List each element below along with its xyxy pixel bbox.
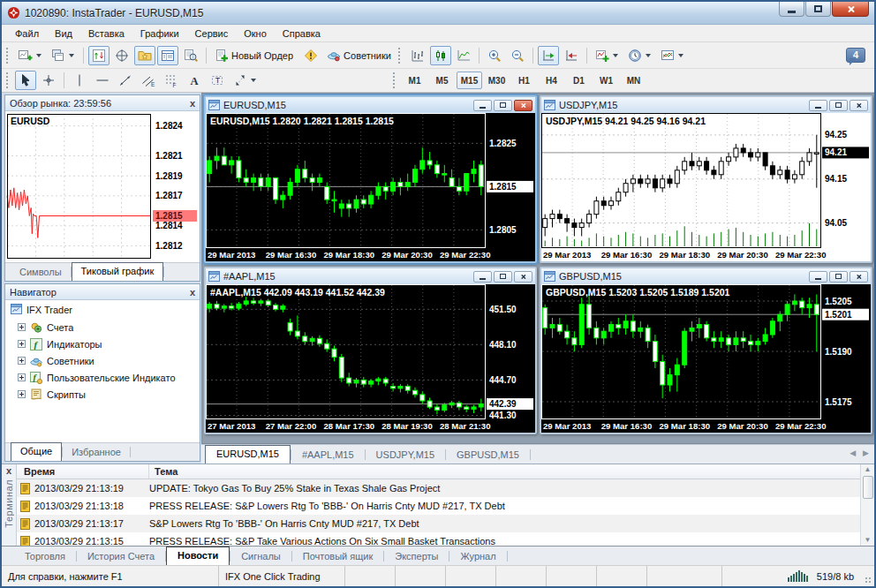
chart-window-titlebar-aapl[interactable]: #AAPL,M15	[206, 268, 535, 284]
tick-chart[interactable]: EURUSD1.28241.28211.28191.28171.28141.28…	[5, 111, 200, 262]
chart-restore-button[interactable]	[829, 100, 848, 111]
news-row-3[interactable]: 2013/03/29 21:13:15PRESS RELEASE: S&P Ta…	[17, 532, 860, 546]
crosshair-tool-button[interactable]	[38, 71, 59, 90]
menu-item-6[interactable]: Справка	[275, 26, 328, 41]
expand-icon[interactable]	[18, 323, 26, 331]
chart-line-button[interactable]	[453, 46, 474, 65]
status-one-click-trading[interactable]: IFX One Click Trading	[219, 566, 345, 586]
news-row-2[interactable]: 2013/03/29 21:13:17S&P Lowers Rtg To 'BB…	[17, 515, 860, 532]
timeframe-h4-button[interactable]: H4	[539, 72, 564, 89]
hline-button[interactable]	[92, 71, 113, 90]
chart-window-titlebar-eurusd[interactable]: EURUSD,M15	[206, 97, 535, 113]
market-watch-button[interactable]	[157, 46, 178, 65]
tabs-scroll-right-icon[interactable]: ▶	[863, 449, 869, 457]
timeframe-m30-button[interactable]: M30	[484, 72, 510, 89]
toolbar-grip[interactable]	[398, 48, 403, 64]
chart-candles-button[interactable]	[430, 46, 451, 65]
timeframe-h1-button[interactable]: H1	[511, 72, 537, 89]
minimize-button[interactable]	[779, 2, 804, 17]
terminal-scrollbar[interactable]: ▲ ▼	[860, 464, 874, 546]
scroll-up-icon[interactable]: ▲	[865, 464, 872, 475]
timeframe-d1-button[interactable]: D1	[566, 72, 592, 89]
scrollbar-thumb[interactable]	[863, 476, 873, 499]
maximize-button[interactable]	[805, 2, 831, 17]
scroll-down-icon[interactable]: ▼	[865, 535, 872, 546]
navigator-item-4[interactable]: Скрипты	[5, 386, 200, 403]
timeframe-m15-button[interactable]: M15	[457, 72, 482, 89]
expand-icon[interactable]	[18, 373, 26, 381]
news-row-1[interactable]: 2013/03/29 21:13:18PRESS RELEASE: S&P Lo…	[17, 497, 860, 515]
favorites-button[interactable]	[134, 46, 155, 65]
chart-tab-3[interactable]: GBPUSD,M15	[446, 447, 530, 464]
column-header-time[interactable]: Время	[17, 464, 149, 479]
terminal-tab-4[interactable]: Почтовый ящик	[292, 548, 383, 565]
market-watch-tab-0[interactable]: Символы	[11, 264, 71, 281]
terminal-tab-5[interactable]: Эксперты	[384, 548, 449, 565]
chart-minimize-button[interactable]	[809, 100, 827, 111]
timeframe-m1-button[interactable]: M1	[402, 72, 427, 89]
resize-grip[interactable]	[860, 566, 874, 586]
chart-minimize-button[interactable]	[473, 271, 492, 283]
zoom-out-button[interactable]	[507, 46, 528, 65]
news-row-0[interactable]: 2013/03/29 21:13:19UPDATE: Tokyo Gas To …	[17, 479, 860, 497]
menu-item-3[interactable]: Графики	[132, 26, 187, 41]
chart-shift-button[interactable]	[561, 46, 582, 65]
terminal-tab-3[interactable]: Сигналы	[230, 548, 291, 565]
title-bar[interactable]: 1020890: InstaTrader - EURUSD,M15	[2, 2, 874, 25]
expand-icon[interactable]	[18, 357, 26, 365]
chart-restore-button[interactable]	[829, 271, 848, 283]
chart-restore-button[interactable]	[494, 271, 512, 283]
menu-item-2[interactable]: Вставка	[80, 26, 132, 41]
terminal-tab-0[interactable]: Торговля	[14, 548, 76, 565]
dropdown-arrow-icon[interactable]	[678, 54, 683, 57]
chart-close-button[interactable]	[514, 271, 532, 283]
data-window-button[interactable]	[180, 46, 201, 65]
toolbar-grip[interactable]	[6, 72, 11, 88]
menu-item-4[interactable]: Сервис	[187, 26, 237, 41]
chart-close-button[interactable]	[850, 100, 868, 111]
chart-canvas-aapl[interactable]: 451.50448.10444.70441.30442.3927 Mar 201…	[206, 284, 535, 433]
dropdown-arrow-icon[interactable]	[613, 54, 618, 57]
tabs-scroll-left-icon[interactable]: ◀	[850, 449, 856, 457]
dropdown-arrow-icon[interactable]	[646, 54, 651, 57]
terminal-tab-2[interactable]: Новости	[166, 547, 230, 565]
chart-canvas-eurusd[interactable]: 1.28251.28151.28051.281529 Mar 201329 Ma…	[206, 113, 535, 261]
terminal-close-icon[interactable]: x	[6, 465, 11, 476]
tick-chart-button[interactable]	[88, 46, 110, 65]
chart-bars-button[interactable]	[407, 46, 428, 65]
chart-close-button[interactable]	[514, 100, 532, 111]
advisors-button[interactable]: Советники	[323, 46, 396, 65]
menu-item-1[interactable]: Вид	[47, 26, 80, 41]
menu-item-0[interactable]: Файл	[7, 26, 47, 41]
navigator-item-0[interactable]: Счета	[5, 319, 200, 335]
timeframe-mn-button[interactable]: MN	[621, 72, 646, 89]
auto-scroll-button[interactable]	[538, 46, 559, 65]
dropdown-arrow-icon[interactable]	[251, 79, 256, 82]
navigator-item-2[interactable]: Советники	[5, 352, 200, 369]
navigator-tab-0[interactable]: Общие	[11, 442, 62, 461]
navigator-root-item[interactable]: IFX Trader	[5, 300, 200, 319]
periods-button[interactable]	[624, 46, 655, 65]
chart-tab-0[interactable]: EURUSD,M15	[205, 445, 291, 464]
chart-tab-2[interactable]: USDJPY,M15	[366, 447, 445, 464]
toolbar-grip[interactable]	[6, 48, 11, 64]
menu-item-5[interactable]: Окно	[236, 26, 275, 41]
text-button[interactable]: A	[184, 71, 205, 90]
market-watch-close-icon[interactable]: x	[190, 99, 195, 108]
dropdown-arrow-icon[interactable]	[69, 54, 74, 57]
navigator-tab-1[interactable]: Избранное	[63, 444, 130, 461]
new-chart-button[interactable]	[15, 46, 46, 65]
new-order-button[interactable]: Новый Ордер	[211, 46, 298, 65]
terminal-tab-1[interactable]: История Счета	[77, 548, 165, 565]
chart-window-titlebar-gbpusd[interactable]: GBPUSD,M15	[541, 268, 871, 284]
navigator-close-icon[interactable]: x	[190, 288, 195, 297]
navigator-item-1[interactable]: fИндикаторы	[5, 335, 200, 352]
arrows-button[interactable]	[230, 71, 261, 90]
fibonacci-button[interactable]: F	[161, 71, 182, 90]
chart-canvas-usdjpy[interactable]: 94.2594.1594.0594.2129 Mar 201329 Mar 16…	[541, 113, 871, 261]
chart-window-titlebar-usdjpy[interactable]: USDJPY,M15	[541, 97, 871, 113]
expand-icon[interactable]	[18, 340, 26, 348]
chart-minimize-button[interactable]	[809, 271, 827, 283]
templates-button[interactable]	[657, 46, 688, 65]
trendline-button[interactable]	[115, 71, 136, 90]
